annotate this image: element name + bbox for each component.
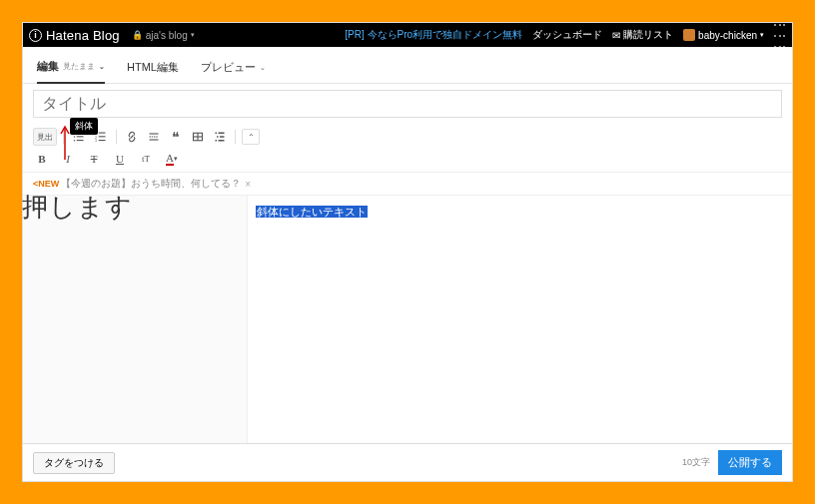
svg-rect-5 bbox=[77, 140, 84, 141]
table-icon[interactable] bbox=[189, 128, 207, 146]
mail-icon: ✉ bbox=[612, 30, 620, 41]
topbar: i Hatena Blog 🔒 aja's blog ▾ [PR] 今ならPro… bbox=[23, 23, 792, 47]
heading-button[interactable]: 見出 bbox=[33, 128, 57, 146]
svg-rect-22 bbox=[216, 140, 218, 142]
divider bbox=[116, 130, 117, 144]
publish-button[interactable]: 公開する bbox=[718, 450, 782, 475]
bold-button[interactable]: B bbox=[33, 150, 51, 168]
svg-rect-19 bbox=[219, 133, 225, 135]
caret-down-icon: ▾ bbox=[191, 31, 195, 39]
svg-text:3: 3 bbox=[95, 139, 97, 143]
user-menu[interactable]: baby-chicken ▾ bbox=[683, 29, 764, 41]
nav-delivery-list[interactable]: ✉ 購読リスト bbox=[612, 28, 673, 42]
svg-point-2 bbox=[74, 136, 76, 138]
title-row bbox=[23, 84, 792, 124]
selected-text[interactable]: 斜体にしたいテキスト bbox=[256, 206, 368, 218]
strikethrough-button[interactable]: T bbox=[85, 150, 103, 168]
weekly-prompt-bar: <NEW 【今週のお題】おうち時間、何してる？ × bbox=[23, 173, 792, 196]
svg-rect-18 bbox=[216, 133, 218, 135]
tab-edit-wysiwyg[interactable]: 編集 見たまま ⌄ bbox=[37, 59, 105, 84]
logo[interactable]: i Hatena Blog bbox=[29, 28, 120, 43]
edit-mode-tabs: 編集 見たまま ⌄ HTML編集 プレビュー ⌄ bbox=[23, 47, 792, 84]
editor-sidebar bbox=[23, 196, 248, 443]
svg-rect-9 bbox=[99, 136, 106, 137]
caret-down-icon: ▾ bbox=[760, 31, 764, 39]
toolbar: 見出 123 ❝ ⌃ B I T U tT A▾ bbox=[23, 124, 792, 173]
username: baby-chicken bbox=[698, 30, 757, 41]
divider bbox=[63, 130, 64, 144]
avatar-icon bbox=[683, 29, 695, 41]
hatena-logo-icon: i bbox=[29, 29, 42, 42]
tab-html[interactable]: HTML編集 bbox=[127, 60, 179, 83]
tooltip-italic: 斜体 bbox=[70, 118, 98, 135]
app-window: i Hatena Blog 🔒 aja's blog ▾ [PR] 今ならPro… bbox=[22, 22, 793, 482]
svg-rect-20 bbox=[217, 136, 219, 138]
tab-html-label: HTML編集 bbox=[127, 60, 179, 75]
tab-preview-label: プレビュー bbox=[201, 60, 256, 75]
editor-content[interactable]: 斜体にしたいテキスト bbox=[248, 196, 792, 443]
divider bbox=[235, 130, 236, 144]
svg-rect-23 bbox=[219, 140, 225, 142]
nav-delivery-label: 購読リスト bbox=[623, 28, 673, 42]
svg-rect-21 bbox=[220, 136, 225, 138]
caret-down-icon: ⌄ bbox=[99, 63, 105, 71]
char-count: 10文字 bbox=[682, 456, 710, 469]
italic-button[interactable]: I bbox=[59, 150, 77, 168]
fontcolor-button[interactable]: A▾ bbox=[163, 150, 181, 168]
svg-rect-7 bbox=[99, 133, 106, 134]
fontsize-button[interactable]: tT bbox=[137, 150, 155, 168]
title-input[interactable] bbox=[33, 90, 782, 118]
add-tag-button[interactable]: タグをつける bbox=[33, 452, 115, 474]
tab-edit-label: 編集 bbox=[37, 59, 59, 74]
new-badge: <NEW bbox=[33, 179, 59, 189]
read-more-icon[interactable] bbox=[145, 128, 163, 146]
nav-dashboard[interactable]: ダッシュボード bbox=[532, 28, 602, 42]
underline-button[interactable]: U bbox=[111, 150, 129, 168]
svg-point-4 bbox=[74, 140, 76, 142]
prompt-text[interactable]: 【今週のお題】おうち時間、何してる？ bbox=[61, 177, 241, 191]
svg-rect-11 bbox=[99, 140, 106, 141]
blog-name: aja's blog bbox=[146, 30, 188, 41]
pr-link[interactable]: [PR] 今ならPro利用で独自ドメイン無料 bbox=[345, 28, 522, 42]
footer: タグをつける 10文字 公開する bbox=[23, 443, 792, 481]
blockquote-icon[interactable]: ❝ bbox=[167, 128, 185, 146]
blog-selector[interactable]: 🔒 aja's blog ▾ bbox=[132, 30, 195, 41]
caret-down-icon: ⌄ bbox=[260, 64, 266, 72]
close-icon[interactable]: × bbox=[245, 179, 251, 190]
svg-rect-3 bbox=[77, 136, 84, 137]
tab-edit-sub: 見たまま bbox=[63, 61, 95, 72]
logo-text: Hatena Blog bbox=[46, 28, 120, 43]
tab-preview[interactable]: プレビュー ⌄ bbox=[201, 60, 266, 83]
toc-icon[interactable] bbox=[211, 128, 229, 146]
more-tools-button[interactable]: ⌃ bbox=[242, 129, 260, 145]
editor-area: 斜体にしたいテキスト bbox=[23, 196, 792, 443]
lock-icon: 🔒 bbox=[132, 30, 143, 40]
link-icon[interactable] bbox=[123, 128, 141, 146]
